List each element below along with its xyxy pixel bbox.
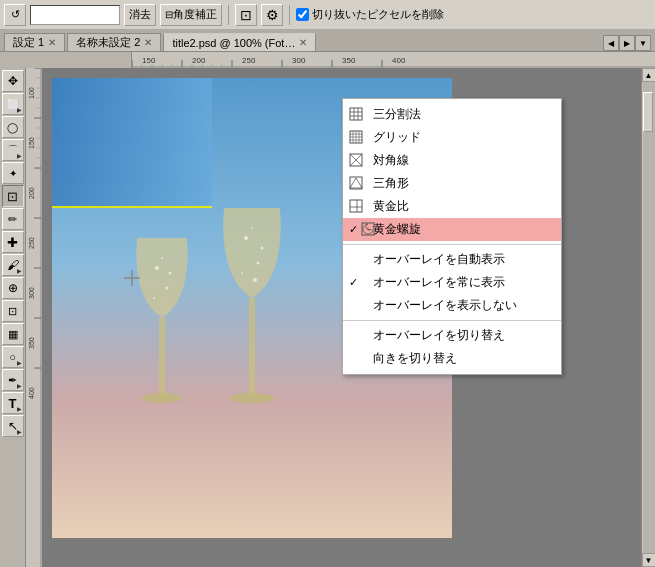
tool-path-select[interactable]: ↖ ▶ [2, 415, 24, 437]
svg-point-51 [155, 266, 159, 270]
tab-nav-left[interactable]: ◀ [603, 35, 619, 51]
small-arrow3: ▶ [17, 267, 22, 274]
svg-point-55 [153, 297, 155, 299]
tool-dodge[interactable]: ○ ▶ [2, 346, 24, 368]
diagonal-icon [349, 153, 363, 169]
settings-icon-btn[interactable]: ⚙ [261, 4, 283, 26]
canvas-area[interactable]: 三分割法 グリッド [42, 68, 641, 567]
tool-stamp[interactable]: ⊕ [2, 277, 24, 299]
scrollbar-thumb[interactable] [643, 92, 653, 132]
menu-item-toggle-direction[interactable]: 向きを切り替え [343, 347, 561, 370]
svg-point-61 [261, 247, 264, 250]
delete-pixels-checkbox-label[interactable]: 切り抜いたピクセルを削除 [296, 7, 444, 22]
small-arrow: ▶ [17, 106, 22, 113]
tool-lasso[interactable]: ⌒ ▶ [2, 139, 24, 161]
tool-brush[interactable]: 🖌 ▶ [2, 254, 24, 276]
quick-select-icon: ✦ [9, 168, 17, 179]
separator-1 [343, 244, 561, 245]
scrollbar-down-btn[interactable]: ▼ [642, 553, 656, 567]
menu-item-triangle[interactable]: 三角形 [343, 172, 561, 195]
menu-item-hide-overlay[interactable]: オーバーレイを表示しない [343, 294, 561, 317]
svg-text:300: 300 [28, 287, 35, 299]
tab-title2psd[interactable]: title2.psd @ 100% (Fot… ✕ [163, 33, 316, 51]
small-arrow5: ▶ [17, 382, 22, 389]
text-icon: T [9, 396, 17, 411]
svg-rect-84 [350, 200, 362, 212]
tool-text[interactable]: T ▶ [2, 392, 24, 414]
svg-rect-47 [52, 78, 212, 208]
tool-healing[interactable]: ✚ [2, 231, 24, 253]
scrollbar-track[interactable] [643, 82, 655, 553]
svg-point-59 [257, 262, 260, 265]
svg-point-57 [230, 393, 274, 403]
scrollbar-up-btn[interactable]: ▲ [642, 68, 656, 82]
menu-item-rule-of-thirds[interactable]: 三分割法 [343, 103, 561, 126]
menu-item-always-show[interactable]: ✓ オーバーレイを常に表示 [343, 271, 561, 294]
triangle-icon [349, 176, 363, 192]
menu-item-golden-ratio[interactable]: 黄金比 [343, 195, 561, 218]
svg-text:400: 400 [28, 387, 35, 399]
svg-rect-56 [249, 298, 255, 398]
crop-input[interactable] [30, 5, 120, 25]
stamp-icon: ⊕ [8, 281, 18, 295]
tool-crop[interactable]: ⊡ [2, 185, 24, 207]
tool-move[interactable]: ✥ [2, 70, 24, 92]
clear-button[interactable]: 消去 [124, 4, 156, 26]
svg-point-53 [161, 257, 163, 259]
tab-close-settings1[interactable]: ✕ [48, 37, 56, 48]
rule-of-thirds-icon [349, 107, 363, 123]
tool-select-ellipse[interactable]: ◯ [2, 116, 24, 138]
dodge-icon: ○ [9, 351, 16, 363]
small-arrow7: ▶ [17, 428, 22, 435]
ruler-h-svg: 150 200 250 300 350 400 [132, 52, 655, 68]
svg-rect-67 [350, 108, 362, 120]
vertical-scrollbar[interactable]: ▲ ▼ [641, 68, 655, 567]
tab-nav-buttons: ◀ ▶ ▼ [603, 35, 651, 51]
svg-text:250: 250 [28, 237, 35, 249]
tab-close-title2psd[interactable]: ✕ [299, 37, 307, 48]
check-icon: ✓ [349, 223, 358, 236]
svg-text:400: 400 [392, 56, 406, 65]
small-arrow2: ▶ [17, 152, 22, 159]
tool-pen[interactable]: ✒ ▶ [2, 369, 24, 391]
tool-eyedropper[interactable]: ✏ [2, 208, 24, 230]
tab-settings1[interactable]: 設定 1 ✕ [4, 33, 65, 51]
separator-2 [343, 320, 561, 321]
back-icon: ↺ [11, 8, 20, 21]
svg-point-54 [169, 272, 172, 275]
svg-rect-48 [52, 206, 212, 208]
tool-quick-select[interactable]: ✦ [2, 162, 24, 184]
menu-item-diagonal[interactable]: 対角線 [343, 149, 561, 172]
ruler-corner [0, 52, 132, 68]
menu-item-toggle-overlay[interactable]: オーバーレイを切り替え [343, 324, 561, 347]
menu-item-golden-spiral[interactable]: ✓ 黄金螺旋 [343, 218, 561, 241]
tab-bar: 設定 1 ✕ 名称未設定 2 ✕ title2.psd @ 100% (Fot…… [0, 30, 655, 52]
tab-untitled2[interactable]: 名称未設定 2 ✕ [67, 33, 161, 51]
svg-point-52 [166, 287, 169, 290]
small-arrow6: ▶ [17, 405, 22, 412]
delete-pixels-checkbox[interactable] [296, 8, 309, 21]
svg-rect-49 [159, 318, 165, 398]
healing-icon: ✚ [7, 235, 18, 250]
gear-icon: ⚙ [266, 7, 279, 23]
left-toolbar: ✥ ⬜ ▶ ◯ ⌒ ▶ ✦ ⊡ ✏ ✚ 🖌 ▶ ⊕ [0, 68, 26, 567]
main-area: ✥ ⬜ ▶ ◯ ⌒ ▶ ✦ ⊡ ✏ ✚ 🖌 ▶ ⊕ [0, 68, 655, 567]
tool-select-rect[interactable]: ⬜ ▶ [2, 93, 24, 115]
svg-text:150: 150 [28, 137, 35, 149]
perspective-button[interactable]: ⊟ 角度補正 [160, 4, 222, 26]
menu-item-auto-show[interactable]: オーバーレイを自動表示 [343, 248, 561, 271]
separator [228, 5, 229, 25]
crop-overlay-icon: ⊡ [240, 7, 252, 23]
tab-nav-down[interactable]: ▼ [635, 35, 651, 51]
svg-text:250: 250 [242, 56, 256, 65]
back-button[interactable]: ↺ [4, 4, 26, 26]
tool-gradient[interactable]: ▦ [2, 323, 24, 345]
select-ellipse-icon: ◯ [7, 122, 18, 133]
crop-overlay-icon-btn[interactable]: ⊡ [235, 4, 257, 26]
tab-nav-right[interactable]: ▶ [619, 35, 635, 51]
tool-eraser[interactable]: ⊡ [2, 300, 24, 322]
svg-text:350: 350 [28, 337, 35, 349]
tab-close-untitled2[interactable]: ✕ [144, 37, 152, 48]
menu-item-grid[interactable]: グリッド [343, 126, 561, 149]
check-always-icon: ✓ [349, 276, 358, 289]
